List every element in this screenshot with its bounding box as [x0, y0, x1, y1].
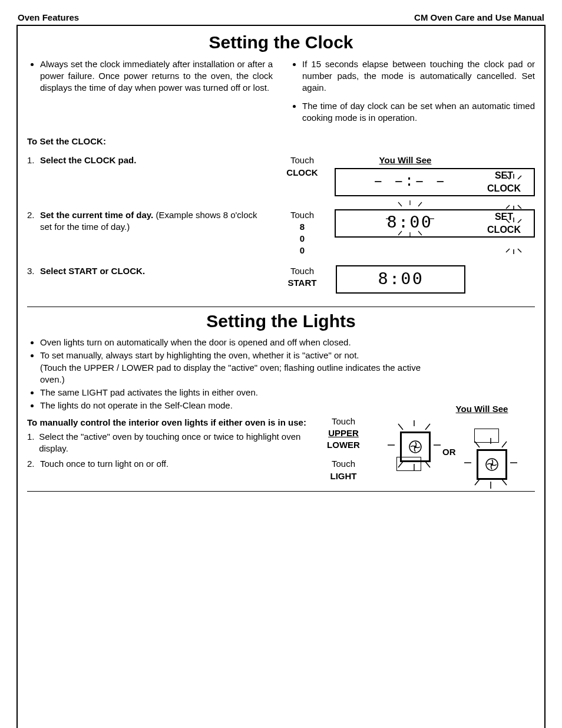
fan-icon	[408, 439, 423, 454]
fan-icon	[484, 457, 500, 472]
bullet: The lights do not operate in the Self-Cl…	[40, 400, 429, 411]
lcd-time: 8:00	[378, 269, 424, 289]
step-text: Select START or CLOCK.	[40, 265, 270, 277]
step-touch: Touch 8 0 0	[270, 209, 335, 257]
svg-line-12	[398, 231, 402, 235]
clock-intro-columns: Always set the clock immediately after i…	[27, 58, 535, 130]
svg-line-5	[518, 205, 521, 209]
oven-secondary-box	[474, 429, 499, 443]
page-frame: Setting the Clock Always set the clock i…	[16, 25, 546, 728]
svg-line-2	[518, 176, 521, 179]
touch-key: 0	[270, 245, 335, 256]
clock-bullets-right: If 15 seconds elapse between touching th…	[289, 58, 535, 130]
clock-title: Setting the Clock	[27, 31, 535, 55]
touch-key: START	[270, 277, 335, 289]
svg-line-4	[506, 205, 510, 209]
bullet: If 15 seconds elapse between touching th…	[302, 58, 535, 94]
header-left: Oven Features	[18, 12, 79, 24]
touch-label: Touch	[332, 416, 355, 426]
oven-lower-active	[458, 438, 523, 497]
step-number: 2.	[27, 458, 40, 470]
lcd-display: 8:00	[336, 265, 465, 294]
to-set-clock-heading: To Set the CLOCK:	[27, 136, 535, 147]
lcd-time: 8:00	[340, 212, 479, 234]
lights-left: To manually control the interior oven li…	[27, 416, 311, 486]
touch-key: 0	[270, 233, 335, 245]
lights-touch-column: Touch UPPER LOWER Touch LIGHT	[311, 416, 376, 486]
svg-line-7	[398, 202, 402, 206]
svg-line-27	[425, 462, 430, 467]
touch-label: Touch	[332, 459, 355, 469]
lights-intro: Oven lights turn on automatically when t…	[27, 337, 429, 416]
oven-icon	[477, 449, 507, 480]
clock-step-3: 3. Select START or CLOCK. Touch START 8:…	[27, 265, 535, 298]
lights-title: Setting the Lights	[27, 309, 535, 334]
svg-line-21	[398, 424, 403, 430]
touch-label: Touch	[270, 265, 335, 277]
bullet: To set manually, always start by highlig…	[40, 350, 429, 386]
step-text: Select the "active" oven by touching onc…	[39, 431, 308, 455]
svg-line-13	[418, 231, 422, 235]
you-will-see-label: You Will See	[305, 154, 505, 166]
page-header: Oven Features CM Oven Care and Use Manua…	[16, 12, 546, 25]
svg-line-15	[506, 219, 510, 223]
touch-key: UPPER	[328, 428, 359, 438]
step-display-area: 8:00	[335, 265, 535, 298]
svg-line-1	[506, 176, 510, 179]
step-number: 2.	[27, 209, 40, 221]
step-text: Select the CLOCK pad.	[40, 154, 270, 166]
svg-line-22	[425, 424, 430, 430]
you-will-see-lights: You Will See	[429, 403, 535, 415]
bullet: The time of day clock can be set when an…	[302, 100, 535, 124]
bullet: Oven lights turn on automatically when t…	[40, 337, 429, 348]
touch-label: Touch	[270, 209, 335, 221]
step-bold: Select the CLOCK pad.	[40, 155, 136, 165]
svg-line-32	[502, 442, 507, 447]
step-display-area: You Will See – –:– – SET CLOCK	[335, 154, 535, 200]
clock-step-1: 1. Select the CLOCK pad. Touch CLOCK You…	[27, 154, 535, 200]
svg-line-36	[475, 479, 480, 485]
section-divider	[27, 307, 535, 307]
svg-line-16	[518, 219, 521, 223]
svg-line-19	[518, 249, 521, 252]
step-touch: Touch START	[270, 265, 335, 289]
manual-heading: To manually control the interior oven li…	[27, 417, 308, 429]
clock-step-2: 2. Set the current time of day. (Example…	[27, 209, 535, 257]
oven-secondary-box	[396, 457, 421, 471]
bullet: Always set the clock immediately after i…	[40, 58, 273, 94]
header-right: CM Oven Care and Use Manual	[414, 12, 544, 24]
svg-line-37	[502, 479, 507, 485]
svg-line-18	[506, 249, 510, 252]
svg-line-8	[418, 202, 422, 206]
touch-key: CLOCK	[270, 167, 335, 179]
touch-key: LOWER	[327, 440, 360, 450]
or-label: OR	[442, 446, 456, 458]
bullet: The same LIGHT pad activates the lights …	[40, 387, 429, 398]
lights-body: To manually control the interior oven li…	[27, 416, 535, 486]
step-text: Set the current time of day. (Example sh…	[40, 209, 270, 233]
step-number: 1.	[27, 431, 39, 455]
touch-key: LIGHT	[330, 471, 357, 481]
step-text: Touch once to turn light on or off.	[40, 458, 168, 470]
lights-display-area: OR	[376, 416, 535, 486]
step-number: 3.	[27, 265, 40, 277]
step-display-area: 8:00 SET CLOCK	[335, 209, 535, 242]
touch-key: 8	[270, 221, 335, 233]
step-bold: Set the current time of day.	[40, 210, 153, 220]
lcd-time: – –:– –	[340, 172, 479, 192]
sunburst-icon	[384, 200, 437, 237]
clock-bullets-left: Always set the clock immediately after i…	[27, 58, 273, 130]
step-bold: Select START or CLOCK.	[40, 266, 145, 276]
step-number: 1.	[27, 154, 40, 166]
